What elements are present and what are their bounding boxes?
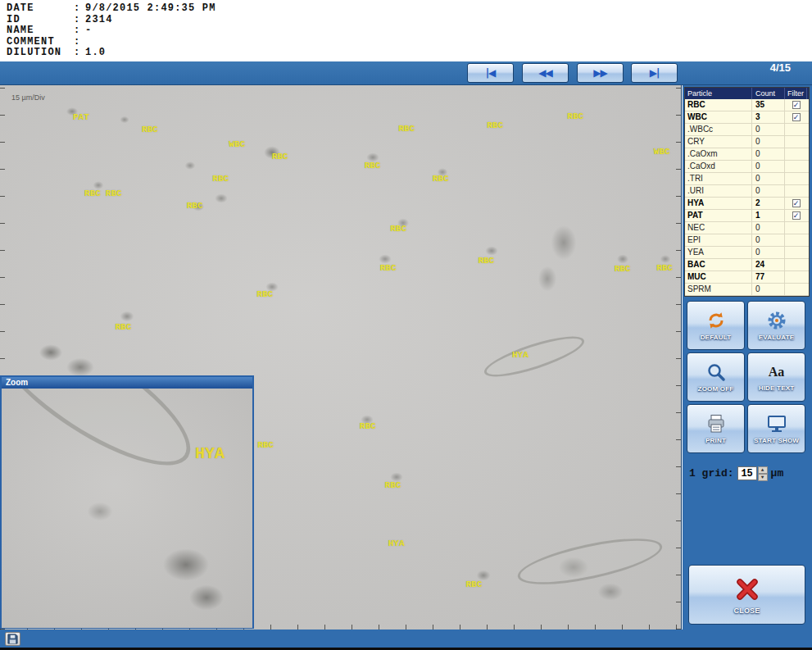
particle-row-wbcc[interactable]: .WBCc0: [685, 124, 809, 136]
particle-filter-cell: [785, 148, 807, 160]
particle-row-rbc[interactable]: RBC35✓: [685, 99, 809, 111]
save-disk-icon: [7, 634, 18, 644]
zoom-window: Zoom HYA: [0, 375, 254, 629]
magnifier-icon: [705, 361, 727, 383]
particle-filter-cell: [785, 234, 807, 246]
info-label: DILUTION: [7, 47, 74, 58]
particle-label-rbc: RBC: [656, 263, 673, 273]
particle-count: 0: [752, 247, 785, 258]
particle-filter-cell: ✓: [785, 111, 807, 123]
microscopy-image[interactable]: 15 µm/Div PATRBCRBCRBCRBCWBCRBCWBCRBCRBC…: [0, 85, 682, 630]
default-button[interactable]: DEFAULT: [687, 301, 745, 350]
particle-row-caoxd[interactable]: .CaOxd0: [685, 161, 809, 173]
particle-row-hya[interactable]: HYA2✓: [685, 198, 809, 210]
particle-label-wbc: WBC: [654, 147, 670, 157]
navigation-toolbar: |◀ ◀◀ ▶▶ ▶| 4/15: [0, 61, 812, 85]
particle-row-yea[interactable]: YEA0: [685, 247, 809, 259]
particle-name: EPI: [685, 234, 752, 246]
particle-count: 0: [752, 284, 785, 295]
particle-label-rbc: RBC: [615, 264, 631, 274]
info-label: DATE: [7, 2, 74, 14]
column-count: Count: [752, 88, 785, 99]
filter-checkbox[interactable]: ✓: [792, 199, 801, 207]
text-aa-icon: Aa: [769, 362, 785, 382]
particle-count: 35: [752, 99, 785, 111]
particle-label-pat: PAT: [73, 112, 89, 122]
particle-filter-cell: ✓: [785, 198, 807, 209]
next-page-button[interactable]: ▶▶: [577, 63, 624, 83]
particle-row-pat[interactable]: PAT1✓: [685, 210, 809, 222]
particle-count: 0: [752, 136, 785, 148]
particle-label-rbc: RBC: [257, 440, 274, 450]
evaluate-button[interactable]: EVALUATE: [747, 301, 805, 350]
info-row-comment: COMMENT :: [7, 36, 812, 48]
particle-filter-cell: [785, 185, 807, 197]
particle-row-tri[interactable]: .TRI0: [685, 173, 809, 185]
particle-filter-cell: [785, 222, 807, 234]
info-separator: :: [74, 14, 85, 25]
app-window: DATE : 9/8/2015 2:49:35 PM ID : 2314 NAM…: [0, 0, 812, 650]
particle-row-cry[interactable]: CRY0: [685, 136, 809, 148]
particle-name: MUC: [685, 271, 752, 283]
grid-size-spinner: ▲ ▼: [758, 466, 768, 480]
particle-row-muc[interactable]: MUC77: [685, 271, 809, 284]
particle-name: BAC: [685, 259, 752, 270]
particle-filter-cell: [785, 173, 807, 184]
hide-text-button-label: HIDE TEXT: [759, 384, 795, 392]
prev-page-button[interactable]: ◀◀: [522, 63, 569, 83]
particle-row-sprm[interactable]: SPRM0: [685, 284, 809, 296]
particle-name: NEC: [685, 222, 752, 234]
print-button[interactable]: PRINT: [687, 404, 745, 453]
particle-count: 24: [752, 259, 785, 270]
particle-row-uri[interactable]: .URI0: [685, 185, 809, 198]
save-button[interactable]: [5, 632, 20, 646]
first-page-button[interactable]: |◀: [467, 63, 514, 83]
particle-row-epi[interactable]: EPI0: [685, 234, 809, 247]
printer-icon: [705, 413, 727, 434]
info-label: ID: [7, 14, 74, 25]
hide-text-button[interactable]: Aa HIDE TEXT: [747, 352, 805, 402]
grid-size-input[interactable]: 15: [737, 466, 757, 480]
zoom-window-content: HYA: [2, 389, 252, 628]
particle-label-rbc: RBC: [380, 263, 397, 273]
filter-checkbox[interactable]: ✓: [792, 113, 801, 121]
status-bar: [0, 630, 812, 650]
zoom-particle-label: HYA: [195, 444, 225, 463]
particle-count: 3: [752, 111, 785, 123]
particle-label-rbc: RBC: [390, 224, 406, 234]
first-page-icon: |◀: [468, 65, 513, 82]
info-row-id: ID : 2314: [7, 14, 812, 25]
particle-label-rbc: RBC: [116, 322, 132, 332]
particle-count: 0: [752, 161, 785, 172]
particle-label-rbc: RBC: [106, 189, 122, 198]
spinner-up-button[interactable]: ▲: [758, 466, 768, 474]
filter-checkbox[interactable]: ✓: [792, 211, 801, 220]
particle-row-nec[interactable]: NEC0: [685, 222, 809, 234]
zoom-off-button[interactable]: ZOOM OFF: [687, 352, 745, 402]
spinner-down-button[interactable]: ▼: [758, 474, 768, 481]
particle-count: 77: [752, 271, 785, 283]
close-button-label: CLOSE: [733, 607, 760, 615]
particle-row-wbc[interactable]: WBC3✓: [685, 111, 809, 124]
zoom-window-titlebar[interactable]: Zoom: [2, 377, 252, 389]
particle-count: 0: [752, 222, 785, 234]
particle-filter-cell: [785, 271, 807, 283]
particle-filter-cell: [785, 247, 807, 258]
last-page-button[interactable]: ▶|: [631, 63, 678, 83]
particle-label-rbc: RBC: [142, 125, 158, 134]
particle-row-bac[interactable]: BAC24: [685, 259, 809, 271]
zoom-off-button-label: ZOOM OFF: [698, 385, 734, 393]
particle-count: 0: [752, 124, 785, 135]
particle-label-rbc: RBC: [398, 124, 415, 134]
info-separator: :: [74, 47, 85, 58]
particle-name: .CaOxd: [685, 161, 752, 172]
particle-row-caoxm[interactable]: .CaOxm0: [685, 148, 809, 161]
start-show-button[interactable]: START SHOW: [747, 404, 805, 453]
next-page-icon: ▶▶: [578, 65, 623, 82]
close-x-icon: [733, 575, 761, 603]
filter-checkbox[interactable]: ✓: [792, 101, 801, 109]
particle-name: .CaOxm: [685, 148, 752, 160]
particle-label-rbc: RBC: [478, 256, 494, 266]
close-button[interactable]: CLOSE: [688, 565, 805, 625]
prev-page-icon: ◀◀: [523, 65, 568, 82]
